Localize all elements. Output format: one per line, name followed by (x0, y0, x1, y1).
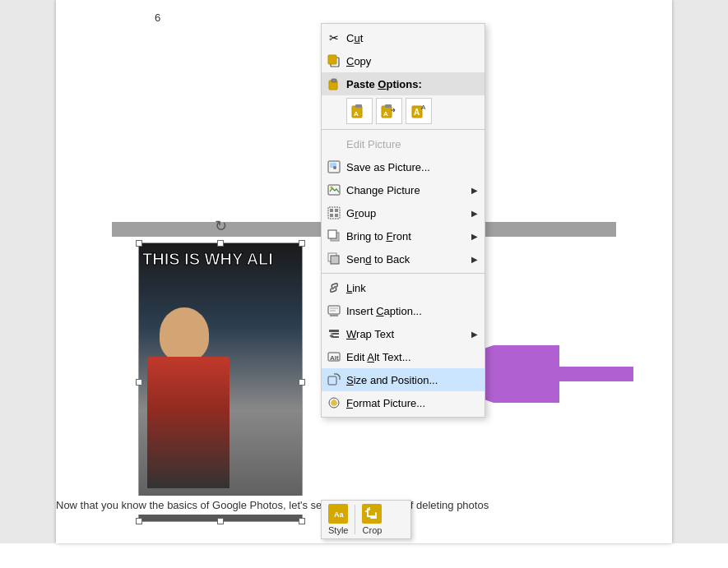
crop-icon (362, 504, 382, 524)
wrap-text-icon (325, 326, 343, 342)
menu-item-bring-to-front[interactable]: Bring to Front ▶ (322, 224, 485, 247)
style-button[interactable]: Aa Style (328, 504, 348, 535)
link-label: Link (346, 282, 478, 294)
group-label: Group (346, 207, 471, 219)
svg-text:Aa: Aa (334, 510, 344, 519)
svg-rect-39 (328, 376, 336, 385)
svg-text:A: A (414, 108, 420, 117)
meme-text-top: THIS IS WHY ALI (142, 250, 299, 268)
svg-text:A: A (421, 104, 426, 111)
svg-rect-30 (328, 306, 340, 314)
group-icon (325, 205, 343, 221)
wrap-text-label: Wrap Text (346, 328, 471, 340)
svg-rect-22 (335, 209, 338, 212)
wrap-text-arrow: ▶ (471, 330, 478, 339)
meme-figure-body (147, 357, 230, 488)
svg-rect-21 (330, 209, 333, 212)
svg-rect-26 (328, 230, 336, 238)
handle-top-left[interactable] (136, 240, 142, 247)
svg-line-40 (337, 374, 340, 376)
insert-caption-label: Insert Caption... (346, 305, 478, 317)
svg-rect-24 (335, 214, 338, 217)
meme-image: THIS IS WHY ALI WON'T TALK TO (139, 243, 302, 521)
paste-keep-source-btn[interactable]: A (346, 98, 373, 124)
svg-rect-7 (355, 104, 362, 108)
paste-options-label: Paste Options: (346, 78, 478, 90)
menu-item-paste-options: Paste Options: (322, 72, 485, 95)
format-picture-label: Format Picture... (346, 397, 478, 409)
menu-item-save-as-picture[interactable]: Save as Picture... (322, 155, 485, 178)
context-menu: ✂ Cut Copy Paste Options: A A AA Edit Pi… (321, 23, 485, 418)
meme-figure-head (160, 307, 209, 361)
copy-label: Copy (346, 55, 478, 67)
svg-rect-3 (328, 55, 336, 64)
svg-rect-28 (331, 256, 339, 264)
menu-item-link[interactable]: Link (322, 276, 485, 299)
menu-item-send-to-back[interactable]: Send to Back ▶ (322, 247, 485, 270)
change-picture-label: Change Picture (346, 184, 471, 196)
menu-item-group[interactable]: Group ▶ (322, 201, 485, 224)
edit-picture-icon (325, 136, 343, 152)
svg-rect-10 (385, 104, 392, 108)
paste-text-only-btn[interactable]: AA (406, 98, 432, 124)
svg-point-17 (333, 166, 336, 169)
edit-alt-text-label: Edit Alt Text... (346, 351, 478, 363)
group-arrow: ▶ (471, 209, 478, 218)
bring-to-front-icon (325, 228, 343, 244)
menu-item-wrap-text[interactable]: Wrap Text ▶ (322, 322, 485, 345)
change-picture-arrow: ▶ (471, 186, 478, 195)
svg-text:A: A (354, 110, 359, 118)
cut-icon: ✂ (325, 30, 343, 46)
menu-item-edit-picture[interactable]: Edit Picture (322, 132, 485, 155)
svg-rect-36 (332, 336, 339, 338)
edit-picture-label: Edit Picture (346, 138, 478, 150)
handle-bottom-left[interactable] (136, 518, 142, 524)
send-to-back-icon (325, 251, 343, 267)
edit-alt-text-icon: Alt (325, 349, 343, 365)
rotate-handle[interactable]: ↻ (213, 219, 228, 233)
crop-button[interactable]: Crop (362, 504, 382, 535)
handle-bottom-middle[interactable] (217, 518, 224, 524)
size-and-position-icon (325, 372, 343, 388)
bring-to-front-arrow: ▶ (471, 232, 478, 241)
save-as-picture-icon (325, 159, 343, 175)
style-label: Style (328, 525, 348, 535)
handle-top-right[interactable] (299, 240, 305, 247)
menu-item-insert-caption[interactable]: Insert Caption... (322, 299, 485, 322)
bring-to-front-label: Bring to Front (346, 230, 471, 242)
link-icon (325, 279, 343, 296)
send-to-back-arrow: ▶ (471, 255, 478, 264)
menu-item-edit-alt-text[interactable]: Alt Edit Alt Text... (322, 345, 485, 368)
paste-icon (325, 76, 343, 92)
svg-text:A: A (383, 110, 388, 118)
size-and-position-label: Size and Position... (346, 374, 478, 386)
handle-top-middle[interactable] (217, 240, 224, 247)
handle-bottom-right[interactable] (299, 518, 305, 524)
menu-item-format-picture[interactable]: Format Picture... (322, 391, 485, 414)
mini-toolbar: Aa Style Crop (321, 500, 411, 539)
crop-label: Crop (363, 525, 383, 535)
paste-merge-btn[interactable]: A (376, 98, 402, 124)
svg-rect-5 (332, 79, 336, 82)
selected-image[interactable]: ↻ THIS IS WHY ALI WON'T TALK TO (138, 242, 303, 522)
style-icon: Aa (328, 504, 348, 524)
toolbar-divider (355, 505, 355, 534)
paste-icons-row: A A AA (322, 95, 485, 127)
change-picture-icon (325, 182, 343, 198)
format-picture-icon (325, 395, 343, 411)
menu-item-size-and-position[interactable]: Size and Position... (322, 368, 485, 391)
svg-rect-35 (332, 333, 339, 335)
menu-item-cut[interactable]: ✂ Cut (322, 26, 485, 49)
svg-text:Alt: Alt (330, 354, 339, 362)
handle-middle-left[interactable] (136, 379, 142, 386)
menu-item-change-picture[interactable]: Change Picture ▶ (322, 178, 485, 201)
insert-caption-icon (325, 302, 343, 319)
separator-2 (322, 273, 485, 274)
send-to-back-label: Send to Back (346, 253, 471, 266)
cut-label: Cut (346, 32, 478, 44)
menu-item-copy[interactable]: Copy (322, 49, 485, 72)
svg-rect-23 (330, 214, 333, 217)
page-number: 6 (155, 12, 160, 24)
separator-1 (322, 129, 485, 130)
handle-middle-right[interactable] (299, 379, 305, 386)
